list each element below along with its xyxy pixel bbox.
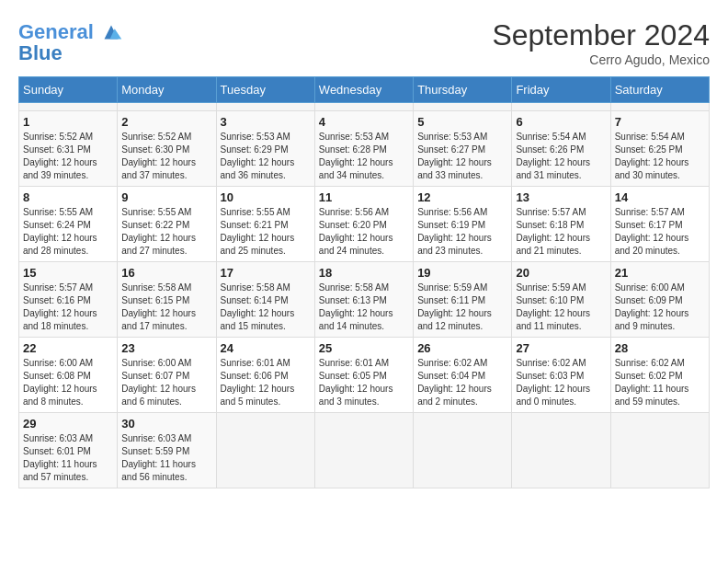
title-block: September 2024 Cerro Agudo, Mexico <box>492 18 710 67</box>
day-number: 17 <box>221 266 311 280</box>
calendar-cell: 8Sunrise: 5:55 AMSunset: 6:24 PMDaylight… <box>19 187 118 262</box>
day-number: 21 <box>615 266 705 280</box>
day-info: Sunrise: 5:55 AMSunset: 6:24 PMDaylight:… <box>23 206 113 258</box>
day-number: 28 <box>615 341 705 355</box>
day-number: 18 <box>319 266 409 280</box>
week-row-3: 15Sunrise: 5:57 AMSunset: 6:16 PMDayligh… <box>19 262 710 338</box>
calendar-cell: 3Sunrise: 5:53 AMSunset: 6:29 PMDaylight… <box>216 111 314 187</box>
week-row-4: 22Sunrise: 6:00 AMSunset: 6:08 PMDayligh… <box>19 338 710 413</box>
day-info: Sunrise: 5:52 AMSunset: 6:30 PMDaylight:… <box>121 131 211 182</box>
day-info: Sunrise: 5:55 AMSunset: 6:22 PMDaylight:… <box>121 206 211 258</box>
month-title: September 2024 <box>492 18 710 52</box>
day-number: 27 <box>516 341 606 355</box>
calendar-table: SundayMondayTuesdayWednesdayThursdayFrid… <box>18 76 710 488</box>
week-row-0 <box>19 103 710 111</box>
calendar-cell: 18Sunrise: 5:58 AMSunset: 6:13 PMDayligh… <box>314 262 413 338</box>
calendar-cell: 17Sunrise: 5:58 AMSunset: 6:14 PMDayligh… <box>216 262 314 338</box>
page-header: General Blue September 2024 Cerro Agudo,… <box>18 18 710 67</box>
day-number: 19 <box>417 266 507 280</box>
day-info: Sunrise: 5:56 AMSunset: 6:19 PMDaylight:… <box>417 206 507 258</box>
calendar-cell: 13Sunrise: 5:57 AMSunset: 6:18 PMDayligh… <box>512 187 610 262</box>
calendar-cell <box>610 103 709 111</box>
calendar-cell: 7Sunrise: 5:54 AMSunset: 6:25 PMDaylight… <box>610 111 709 187</box>
day-number: 5 <box>417 115 507 129</box>
day-number: 15 <box>23 266 113 280</box>
header-wednesday: Wednesday <box>314 77 413 103</box>
calendar-cell: 25Sunrise: 6:01 AMSunset: 6:05 PMDayligh… <box>314 338 413 413</box>
day-info: Sunrise: 5:52 AMSunset: 6:31 PMDaylight:… <box>23 131 113 182</box>
day-info: Sunrise: 5:54 AMSunset: 6:25 PMDaylight:… <box>615 131 705 182</box>
day-info: Sunrise: 5:58 AMSunset: 6:15 PMDaylight:… <box>121 282 211 333</box>
calendar-cell: 16Sunrise: 5:58 AMSunset: 6:15 PMDayligh… <box>118 262 216 338</box>
week-row-2: 8Sunrise: 5:55 AMSunset: 6:24 PMDaylight… <box>19 187 710 262</box>
calendar-cell <box>216 413 314 488</box>
day-number: 10 <box>221 190 311 204</box>
day-number: 1 <box>23 115 113 129</box>
calendar-cell <box>414 413 512 488</box>
calendar-cell: 29Sunrise: 6:03 AMSunset: 6:01 PMDayligh… <box>19 413 118 488</box>
header-saturday: Saturday <box>610 77 709 103</box>
day-info: Sunrise: 5:55 AMSunset: 6:21 PMDaylight:… <box>221 206 311 258</box>
day-number: 25 <box>319 341 409 355</box>
calendar-cell: 27Sunrise: 6:02 AMSunset: 6:03 PMDayligh… <box>512 338 610 413</box>
day-info: Sunrise: 5:58 AMSunset: 6:13 PMDaylight:… <box>319 282 409 333</box>
day-info: Sunrise: 6:01 AMSunset: 6:06 PMDaylight:… <box>221 357 311 408</box>
calendar-cell <box>118 103 216 111</box>
day-number: 24 <box>221 341 311 355</box>
day-number: 2 <box>121 115 211 129</box>
day-info: Sunrise: 5:57 AMSunset: 6:16 PMDaylight:… <box>23 282 113 333</box>
header-thursday: Thursday <box>414 77 512 103</box>
header-monday: Monday <box>118 77 216 103</box>
calendar-cell: 26Sunrise: 6:02 AMSunset: 6:04 PMDayligh… <box>414 338 512 413</box>
day-number: 14 <box>615 190 705 204</box>
calendar-cell: 2Sunrise: 5:52 AMSunset: 6:30 PMDaylight… <box>118 111 216 187</box>
calendar-cell: 1Sunrise: 5:52 AMSunset: 6:31 PMDaylight… <box>19 111 118 187</box>
day-info: Sunrise: 5:59 AMSunset: 6:10 PMDaylight:… <box>516 282 606 333</box>
week-row-1: 1Sunrise: 5:52 AMSunset: 6:31 PMDaylight… <box>19 111 710 187</box>
day-info: Sunrise: 5:53 AMSunset: 6:28 PMDaylight:… <box>319 131 409 182</box>
day-info: Sunrise: 6:02 AMSunset: 6:03 PMDaylight:… <box>516 357 606 408</box>
day-number: 22 <box>23 341 113 355</box>
day-info: Sunrise: 6:02 AMSunset: 6:02 PMDaylight:… <box>615 357 705 408</box>
calendar-cell <box>314 413 413 488</box>
calendar-cell: 24Sunrise: 6:01 AMSunset: 6:06 PMDayligh… <box>216 338 314 413</box>
calendar-cell: 12Sunrise: 5:56 AMSunset: 6:19 PMDayligh… <box>414 187 512 262</box>
calendar-cell: 5Sunrise: 5:53 AMSunset: 6:27 PMDaylight… <box>414 111 512 187</box>
calendar-cell: 28Sunrise: 6:02 AMSunset: 6:02 PMDayligh… <box>610 338 709 413</box>
day-number: 23 <box>121 341 211 355</box>
day-info: Sunrise: 6:01 AMSunset: 6:05 PMDaylight:… <box>319 357 409 408</box>
location: Cerro Agudo, Mexico <box>492 52 710 67</box>
logo: General Blue <box>18 18 125 64</box>
calendar-header-row: SundayMondayTuesdayWednesdayThursdayFrid… <box>19 77 710 103</box>
day-info: Sunrise: 6:00 AMSunset: 6:09 PMDaylight:… <box>615 282 705 333</box>
calendar-cell: 23Sunrise: 6:00 AMSunset: 6:07 PMDayligh… <box>118 338 216 413</box>
calendar-cell: 15Sunrise: 5:57 AMSunset: 6:16 PMDayligh… <box>19 262 118 338</box>
day-info: Sunrise: 5:56 AMSunset: 6:20 PMDaylight:… <box>319 206 409 258</box>
calendar-cell: 30Sunrise: 6:03 AMSunset: 5:59 PMDayligh… <box>118 413 216 488</box>
calendar-cell <box>414 103 512 111</box>
day-info: Sunrise: 5:57 AMSunset: 6:17 PMDaylight:… <box>615 206 705 258</box>
day-info: Sunrise: 5:53 AMSunset: 6:27 PMDaylight:… <box>417 131 507 182</box>
day-number: 3 <box>221 115 311 129</box>
logo-icon <box>97 18 125 46</box>
day-info: Sunrise: 6:03 AMSunset: 6:01 PMDaylight:… <box>23 432 113 484</box>
calendar-cell: 10Sunrise: 5:55 AMSunset: 6:21 PMDayligh… <box>216 187 314 262</box>
day-info: Sunrise: 5:58 AMSunset: 6:14 PMDaylight:… <box>221 282 311 333</box>
header-sunday: Sunday <box>19 77 118 103</box>
day-number: 7 <box>615 115 705 129</box>
day-info: Sunrise: 6:02 AMSunset: 6:04 PMDaylight:… <box>417 357 507 408</box>
calendar-cell: 11Sunrise: 5:56 AMSunset: 6:20 PMDayligh… <box>314 187 413 262</box>
day-number: 20 <box>516 266 606 280</box>
day-number: 26 <box>417 341 507 355</box>
day-info: Sunrise: 5:54 AMSunset: 6:26 PMDaylight:… <box>516 131 606 182</box>
day-number: 6 <box>516 115 606 129</box>
calendar-cell: 22Sunrise: 6:00 AMSunset: 6:08 PMDayligh… <box>19 338 118 413</box>
day-number: 16 <box>121 266 211 280</box>
day-number: 30 <box>121 417 211 431</box>
calendar-cell <box>216 103 314 111</box>
calendar-cell <box>19 103 118 111</box>
day-info: Sunrise: 5:53 AMSunset: 6:29 PMDaylight:… <box>221 131 311 182</box>
calendar-cell: 14Sunrise: 5:57 AMSunset: 6:17 PMDayligh… <box>610 187 709 262</box>
calendar-cell <box>512 413 610 488</box>
day-number: 4 <box>319 115 409 129</box>
